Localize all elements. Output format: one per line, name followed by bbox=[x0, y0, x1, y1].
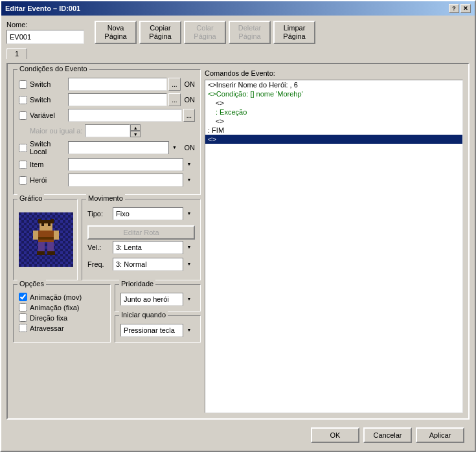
iniciar-group: Iniciar quando Pressionar tecla Tocar he… bbox=[115, 315, 201, 343]
tipo-label: Tipo: bbox=[87, 210, 110, 218]
tab-bar: 1 bbox=[6, 48, 470, 59]
main-area: Condições do Evento Switch ... ON bbox=[6, 63, 470, 420]
maior-row: Maior ou igual a: ▲ ▼ bbox=[19, 124, 195, 137]
svg-rect-6 bbox=[38, 231, 54, 242]
svg-rect-8 bbox=[33, 231, 38, 240]
grafico-image[interactable] bbox=[19, 212, 73, 267]
switch1-label: Switch bbox=[30, 80, 65, 88]
cmd-item-2[interactable]: <> bbox=[205, 98, 462, 107]
vel-row: Vel.: 1: Muito Lenta 2: Lenta 3: Lenta 4… bbox=[87, 241, 195, 254]
svg-rect-2 bbox=[48, 223, 51, 226]
priority-group: Prioridade Abaixo do herói Junto ao heró… bbox=[115, 284, 201, 311]
freq-select[interactable]: 1: Mínima 2: Baixa 3: Normal 4: Alta 5: … bbox=[113, 258, 195, 271]
deletar-pagina-button[interactable]: DeletarPágina bbox=[229, 21, 271, 44]
left-panel: Condições do Evento Switch ... ON bbox=[13, 69, 201, 413]
movimento-title: Movimento bbox=[86, 194, 125, 202]
svg-rect-4 bbox=[38, 219, 41, 221]
opcoes-title: Opções bbox=[17, 280, 46, 288]
item-checkbox[interactable] bbox=[19, 161, 27, 169]
priority-iniciar-column: Prioridade Abaixo do herói Junto ao heró… bbox=[115, 284, 201, 343]
movimento-group: Movimento Tipo: Fixo Aleatório Vertical … bbox=[82, 199, 201, 280]
cmd-item-3[interactable]: : Exceção bbox=[205, 107, 462, 117]
maior-input[interactable] bbox=[85, 124, 130, 137]
opcoes-group: Opções Animação (mov) Animação (fixa) Di… bbox=[13, 284, 111, 343]
cmd-item-5[interactable]: : FIM bbox=[205, 126, 462, 135]
cancelar-button[interactable]: Cancelar bbox=[363, 427, 412, 443]
maior-up-button[interactable]: ▲ bbox=[130, 124, 141, 131]
conditions-group: Condições do Evento Switch ... ON bbox=[13, 69, 201, 195]
toolbar-buttons: NovaPágina CopiarPágina ColarPágina Dele… bbox=[95, 21, 315, 44]
anim-mov-checkbox[interactable] bbox=[19, 293, 27, 301]
switch2-checkbox[interactable] bbox=[19, 96, 27, 104]
switch1-dots-button[interactable]: ... bbox=[168, 78, 180, 91]
commands-label: Comandos de Evento: bbox=[205, 69, 463, 77]
svg-rect-1 bbox=[41, 223, 44, 226]
aplicar-button[interactable]: Aplicar bbox=[416, 427, 464, 443]
editar-rota-button[interactable]: Editar Rota bbox=[87, 225, 195, 240]
vel-select[interactable]: 1: Muito Lenta 2: Lenta 3: Lenta 4: Norm… bbox=[113, 241, 195, 254]
priority-select[interactable]: Abaixo do herói Junto ao herói Acima do … bbox=[120, 293, 195, 306]
iniciar-select[interactable]: Pressionar tecla Tocar herói Tocar event… bbox=[120, 324, 195, 337]
maior-down-button[interactable]: ▼ bbox=[130, 131, 141, 137]
commands-list[interactable]: <>Inserir Nome do Herói: , 6 <>Condição:… bbox=[205, 80, 463, 413]
right-panel: Comandos de Evento: <>Inserir Nome do He… bbox=[205, 69, 463, 413]
variavel-dots-button[interactable]: ... bbox=[183, 109, 195, 122]
conditions-title: Condições do Evento bbox=[17, 65, 89, 73]
vel-label: Vel.: bbox=[87, 243, 110, 251]
title-bar: Editar Evento – ID:001 ? ✕ bbox=[1, 1, 475, 16]
heroi-select[interactable] bbox=[68, 174, 195, 186]
cmd-item-1[interactable]: <>Condição: [] nome 'Morehp' bbox=[205, 89, 462, 98]
atravessar-label: Atravessar bbox=[30, 324, 64, 332]
switch2-on: ON bbox=[185, 96, 196, 104]
main-window: Editar Evento – ID:001 ? ✕ Nome: NovaPág… bbox=[0, 0, 476, 452]
anim-mov-label: Animação (mov) bbox=[30, 293, 82, 301]
switch-local-checkbox[interactable] bbox=[19, 144, 27, 152]
switch2-dots-button[interactable]: ... bbox=[168, 93, 180, 106]
switch-local-select[interactable]: ABCD bbox=[68, 141, 181, 154]
window-content: Nome: NovaPágina CopiarPágina ColarPágin… bbox=[1, 16, 475, 451]
svg-rect-13 bbox=[47, 251, 55, 255]
tipo-row: Tipo: Fixo Aleatório Vertical Horizontal… bbox=[87, 207, 195, 220]
bottom-panels: Gráfico bbox=[13, 199, 201, 280]
variavel-row: Variável ... bbox=[19, 109, 195, 122]
svg-rect-10 bbox=[38, 242, 45, 253]
variavel-input[interactable] bbox=[68, 109, 182, 122]
colar-pagina-button[interactable]: ColarPágina bbox=[184, 21, 226, 44]
window-title: Editar Evento – ID:001 bbox=[5, 5, 80, 12]
svg-rect-5 bbox=[51, 219, 54, 221]
copiar-pagina-button[interactable]: CopiarPágina bbox=[139, 21, 181, 44]
tab-1[interactable]: 1 bbox=[6, 48, 27, 59]
name-section: Nome: bbox=[6, 21, 84, 44]
anim-fixa-row: Animação (fixa) bbox=[19, 303, 105, 311]
cmd-item-0[interactable]: <>Inserir Nome do Herói: , 6 bbox=[205, 80, 462, 89]
tipo-select[interactable]: Fixo Aleatório Vertical Horizontal Perso… bbox=[113, 207, 195, 220]
switch1-checkbox[interactable] bbox=[19, 80, 27, 89]
anim-fixa-label: Animação (fixa) bbox=[30, 304, 79, 311]
close-button[interactable]: ✕ bbox=[460, 4, 471, 13]
cmd-item-4[interactable]: <> bbox=[205, 117, 462, 126]
switch1-input[interactable] bbox=[68, 78, 167, 91]
direcao-fixa-checkbox[interactable] bbox=[19, 313, 27, 322]
item-label: Item bbox=[30, 161, 65, 168]
switch-local-label: Switch Local bbox=[30, 140, 65, 155]
ok-button[interactable]: OK bbox=[311, 427, 359, 443]
atravessar-checkbox[interactable] bbox=[19, 324, 27, 332]
switch2-input[interactable] bbox=[68, 93, 167, 106]
name-input[interactable] bbox=[6, 30, 84, 44]
limpar-pagina-button[interactable]: LimparPágina bbox=[273, 21, 315, 44]
atravessar-row: Atravessar bbox=[19, 324, 105, 332]
switch1-on: ON bbox=[185, 80, 196, 88]
switch-local-row: Switch Local ABCD ▼ ON bbox=[19, 140, 195, 155]
item-select[interactable] bbox=[68, 158, 195, 171]
switch2-label: Switch bbox=[30, 96, 65, 104]
help-button[interactable]: ? bbox=[449, 4, 459, 13]
cmd-item-6[interactable]: <> bbox=[205, 135, 462, 144]
grafico-title: Gráfico bbox=[17, 194, 44, 202]
options-area: Opções Animação (mov) Animação (fixa) Di… bbox=[13, 284, 201, 343]
svg-rect-12 bbox=[37, 251, 45, 255]
variavel-checkbox[interactable] bbox=[19, 111, 27, 120]
nova-pagina-button[interactable]: NovaPágina bbox=[95, 21, 137, 44]
heroi-checkbox[interactable] bbox=[19, 176, 27, 185]
anim-fixa-checkbox[interactable] bbox=[19, 303, 27, 311]
grafico-group: Gráfico bbox=[13, 199, 78, 280]
